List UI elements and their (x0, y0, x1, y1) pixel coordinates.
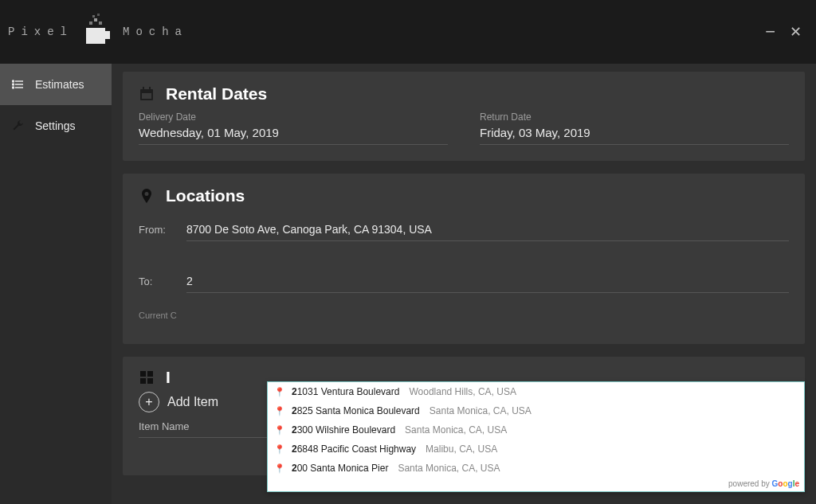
from-field: From: (139, 220, 789, 241)
autocomplete-secondary: Malibu, CA, USA (426, 443, 497, 455)
svg-rect-16 (142, 93, 151, 99)
body: Estimates Settings Rental Dates (0, 64, 816, 504)
autocomplete-secondary: Santa Monica, CA, USA (405, 424, 507, 436)
autocomplete-item[interactable]: 📍 2825 Santa Monica Boulevard Santa Moni… (268, 401, 804, 420)
svg-point-12 (13, 87, 14, 88)
app-window: Pixel Mocha − ✕ (0, 0, 816, 504)
delivery-date-field[interactable]: Delivery Date Wednesday, 01 May, 2019 (139, 111, 448, 145)
panel-rental-dates: Rental Dates Delivery Date Wednesday, 01… (123, 72, 805, 161)
titlebar: Pixel Mocha − ✕ (0, 0, 816, 64)
powered-by-label: powered by (728, 479, 771, 488)
list-icon (11, 78, 26, 91)
panel-title: Locations (166, 186, 245, 205)
sidebar-item-label: Settings (35, 119, 76, 132)
content: Rental Dates Delivery Date Wednesday, 01… (112, 64, 816, 504)
close-button[interactable]: ✕ (790, 23, 802, 41)
autocomplete-footer: powered by Google (268, 478, 804, 491)
wrench-icon (11, 119, 26, 132)
panel-title: Rental Dates (166, 84, 267, 104)
current-hint: Current C (139, 311, 789, 320)
add-item-label: Add Item (167, 395, 218, 409)
pin-icon: 📍 (274, 425, 285, 436)
to-input[interactable] (186, 272, 789, 293)
autocomplete-item[interactable]: 📍 26848 Pacific Coast Highway Malibu, CA… (268, 440, 804, 459)
sidebar-item-estimates[interactable]: Estimates (0, 64, 112, 105)
svg-rect-14 (143, 87, 144, 91)
sidebar: Estimates Settings (0, 64, 112, 504)
svg-rect-4 (99, 21, 102, 25)
svg-rect-15 (149, 87, 151, 91)
panel-header: Locations (139, 186, 789, 205)
svg-rect-17 (140, 371, 146, 377)
field-value: Friday, 03 May, 2019 (480, 126, 789, 145)
autocomplete-main: 2825 Santa Monica Boulevard (292, 405, 420, 416)
from-input[interactable] (186, 220, 789, 241)
autocomplete-dropdown: 📍 21031 Ventura Boulevard Woodland Hills… (267, 381, 805, 492)
field-label: To: (139, 275, 175, 287)
pin-icon (139, 188, 155, 204)
sidebar-item-settings[interactable]: Settings (0, 105, 112, 147)
plus-icon: + (139, 392, 159, 412)
autocomplete-item[interactable]: 📍 21031 Ventura Boulevard Woodland Hills… (268, 382, 804, 401)
autocomplete-main: 200 Santa Monica Pier (292, 463, 388, 474)
grid-icon (139, 369, 155, 385)
sidebar-item-label: Estimates (35, 78, 84, 91)
svg-rect-3 (94, 18, 97, 21)
return-date-field[interactable]: Return Date Friday, 03 May, 2019 (480, 111, 789, 145)
svg-point-10 (13, 80, 14, 82)
field-label: From: (139, 224, 175, 236)
field-label: Delivery Date (139, 111, 448, 123)
dates-row: Delivery Date Wednesday, 01 May, 2019 Re… (139, 111, 789, 145)
window-controls: − ✕ (765, 23, 802, 41)
svg-rect-2 (89, 21, 92, 25)
autocomplete-secondary: Woodland Hills, CA, USA (409, 386, 516, 397)
calendar-icon (139, 86, 155, 102)
pin-icon: 📍 (274, 463, 285, 474)
field-value: Wednesday, 01 May, 2019 (139, 126, 448, 145)
pin-icon: 📍 (274, 387, 285, 397)
svg-point-11 (13, 84, 14, 85)
autocomplete-secondary: Santa Monica, CA, USA (430, 405, 532, 416)
svg-rect-18 (147, 371, 153, 377)
svg-rect-0 (86, 28, 105, 44)
svg-rect-1 (105, 31, 110, 39)
autocomplete-secondary: Santa Monica, CA, USA (398, 463, 500, 474)
field-label: Return Date (480, 111, 789, 123)
svg-rect-20 (147, 378, 153, 384)
autocomplete-main: 2300 Wilshire Boulevard (292, 424, 395, 436)
autocomplete-main: 21031 Ventura Boulevard (292, 386, 399, 397)
pin-icon: 📍 (274, 444, 285, 455)
brand-logo-icon (78, 12, 118, 52)
autocomplete-item[interactable]: 📍 2300 Wilshire Boulevard Santa Monica, … (268, 420, 804, 440)
panel-header: Rental Dates (139, 84, 789, 104)
brand: Pixel Mocha (8, 12, 188, 52)
svg-rect-5 (92, 15, 95, 18)
panel-locations: Locations From: To: Current C (123, 174, 805, 344)
brand-right: Mocha (123, 25, 188, 38)
brand-left: Pixel (8, 25, 73, 38)
to-field: To: (139, 272, 789, 293)
autocomplete-item[interactable]: 📍 200 Santa Monica Pier Santa Monica, CA… (268, 459, 804, 478)
svg-rect-19 (140, 378, 146, 384)
panel-title: I (166, 368, 171, 387)
pin-icon: 📍 (274, 406, 285, 416)
svg-rect-6 (97, 14, 100, 16)
google-logo: Google (772, 479, 799, 488)
autocomplete-main: 26848 Pacific Coast Highway (292, 443, 416, 455)
minimize-button[interactable]: − (765, 28, 775, 36)
